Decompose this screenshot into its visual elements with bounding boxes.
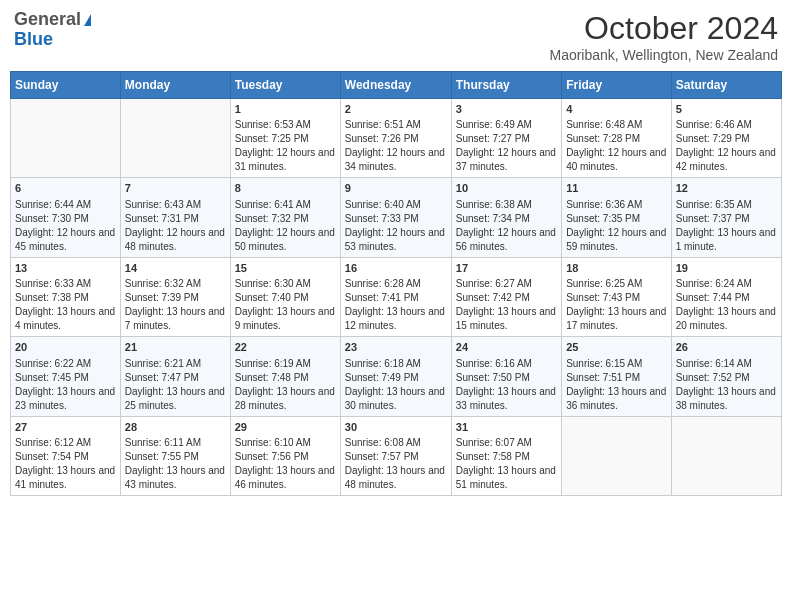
calendar-cell: 10Sunrise: 6:38 AMSunset: 7:34 PMDayligh… <box>451 178 561 257</box>
cell-daylight: Daylight: 13 hours and 23 minutes. <box>15 385 116 413</box>
cell-sunrise: Sunrise: 6:43 AM <box>125 198 226 212</box>
cell-sunset: Sunset: 7:56 PM <box>235 450 336 464</box>
calendar-cell: 21Sunrise: 6:21 AMSunset: 7:47 PMDayligh… <box>120 337 230 416</box>
cell-sunset: Sunset: 7:26 PM <box>345 132 447 146</box>
cell-daylight: Daylight: 12 hours and 45 minutes. <box>15 226 116 254</box>
cell-sunset: Sunset: 7:48 PM <box>235 371 336 385</box>
cell-daylight: Daylight: 12 hours and 53 minutes. <box>345 226 447 254</box>
cell-day-number: 21 <box>125 340 226 355</box>
cell-sunrise: Sunrise: 6:28 AM <box>345 277 447 291</box>
calendar-cell: 31Sunrise: 6:07 AMSunset: 7:58 PMDayligh… <box>451 416 561 495</box>
cell-day-number: 27 <box>15 420 116 435</box>
calendar-cell: 16Sunrise: 6:28 AMSunset: 7:41 PMDayligh… <box>340 257 451 336</box>
cell-day-number: 11 <box>566 181 667 196</box>
cell-day-number: 2 <box>345 102 447 117</box>
cell-sunset: Sunset: 7:49 PM <box>345 371 447 385</box>
cell-day-number: 9 <box>345 181 447 196</box>
day-header-wednesday: Wednesday <box>340 72 451 99</box>
calendar-cell: 8Sunrise: 6:41 AMSunset: 7:32 PMDaylight… <box>230 178 340 257</box>
cell-day-number: 3 <box>456 102 557 117</box>
calendar-cell: 14Sunrise: 6:32 AMSunset: 7:39 PMDayligh… <box>120 257 230 336</box>
cell-day-number: 17 <box>456 261 557 276</box>
cell-sunrise: Sunrise: 6:11 AM <box>125 436 226 450</box>
cell-sunrise: Sunrise: 6:53 AM <box>235 118 336 132</box>
page-title: October 2024 <box>549 10 778 47</box>
cell-sunrise: Sunrise: 6:51 AM <box>345 118 447 132</box>
calendar-cell: 29Sunrise: 6:10 AMSunset: 7:56 PMDayligh… <box>230 416 340 495</box>
cell-sunset: Sunset: 7:41 PM <box>345 291 447 305</box>
cell-day-number: 28 <box>125 420 226 435</box>
logo: General Blue <box>14 10 91 50</box>
cell-sunrise: Sunrise: 6:44 AM <box>15 198 116 212</box>
cell-daylight: Daylight: 13 hours and 1 minute. <box>676 226 777 254</box>
cell-day-number: 6 <box>15 181 116 196</box>
cell-sunset: Sunset: 7:34 PM <box>456 212 557 226</box>
cell-day-number: 14 <box>125 261 226 276</box>
cell-daylight: Daylight: 13 hours and 43 minutes. <box>125 464 226 492</box>
cell-daylight: Daylight: 13 hours and 51 minutes. <box>456 464 557 492</box>
calendar-week-row: 27Sunrise: 6:12 AMSunset: 7:54 PMDayligh… <box>11 416 782 495</box>
calendar-cell: 22Sunrise: 6:19 AMSunset: 7:48 PMDayligh… <box>230 337 340 416</box>
cell-sunset: Sunset: 7:50 PM <box>456 371 557 385</box>
cell-sunrise: Sunrise: 6:22 AM <box>15 357 116 371</box>
cell-daylight: Daylight: 13 hours and 48 minutes. <box>345 464 447 492</box>
cell-sunrise: Sunrise: 6:21 AM <box>125 357 226 371</box>
logo-blue-text: Blue <box>14 30 91 50</box>
cell-sunrise: Sunrise: 6:49 AM <box>456 118 557 132</box>
title-block: October 2024 Maoribank, Wellington, New … <box>549 10 778 63</box>
cell-day-number: 20 <box>15 340 116 355</box>
cell-sunset: Sunset: 7:55 PM <box>125 450 226 464</box>
cell-daylight: Daylight: 12 hours and 40 minutes. <box>566 146 667 174</box>
cell-daylight: Daylight: 13 hours and 12 minutes. <box>345 305 447 333</box>
cell-sunrise: Sunrise: 6:48 AM <box>566 118 667 132</box>
cell-daylight: Daylight: 13 hours and 20 minutes. <box>676 305 777 333</box>
cell-sunrise: Sunrise: 6:19 AM <box>235 357 336 371</box>
cell-sunrise: Sunrise: 6:15 AM <box>566 357 667 371</box>
calendar-cell: 5Sunrise: 6:46 AMSunset: 7:29 PMDaylight… <box>671 99 781 178</box>
calendar-cell: 28Sunrise: 6:11 AMSunset: 7:55 PMDayligh… <box>120 416 230 495</box>
cell-daylight: Daylight: 13 hours and 41 minutes. <box>15 464 116 492</box>
cell-day-number: 26 <box>676 340 777 355</box>
calendar-cell <box>11 99 121 178</box>
calendar-cell: 7Sunrise: 6:43 AMSunset: 7:31 PMDaylight… <box>120 178 230 257</box>
cell-daylight: Daylight: 13 hours and 46 minutes. <box>235 464 336 492</box>
cell-daylight: Daylight: 12 hours and 59 minutes. <box>566 226 667 254</box>
cell-day-number: 29 <box>235 420 336 435</box>
cell-daylight: Daylight: 12 hours and 37 minutes. <box>456 146 557 174</box>
cell-sunset: Sunset: 7:29 PM <box>676 132 777 146</box>
calendar-header-row: SundayMondayTuesdayWednesdayThursdayFrid… <box>11 72 782 99</box>
cell-daylight: Daylight: 12 hours and 56 minutes. <box>456 226 557 254</box>
calendar-cell: 11Sunrise: 6:36 AMSunset: 7:35 PMDayligh… <box>562 178 672 257</box>
day-header-friday: Friday <box>562 72 672 99</box>
cell-sunset: Sunset: 7:40 PM <box>235 291 336 305</box>
cell-sunrise: Sunrise: 6:41 AM <box>235 198 336 212</box>
calendar-week-row: 13Sunrise: 6:33 AMSunset: 7:38 PMDayligh… <box>11 257 782 336</box>
cell-sunset: Sunset: 7:54 PM <box>15 450 116 464</box>
calendar-cell <box>120 99 230 178</box>
cell-daylight: Daylight: 13 hours and 28 minutes. <box>235 385 336 413</box>
cell-sunset: Sunset: 7:38 PM <box>15 291 116 305</box>
cell-day-number: 12 <box>676 181 777 196</box>
calendar-cell: 20Sunrise: 6:22 AMSunset: 7:45 PMDayligh… <box>11 337 121 416</box>
cell-sunrise: Sunrise: 6:14 AM <box>676 357 777 371</box>
calendar-cell: 19Sunrise: 6:24 AMSunset: 7:44 PMDayligh… <box>671 257 781 336</box>
cell-day-number: 18 <box>566 261 667 276</box>
calendar-cell: 15Sunrise: 6:30 AMSunset: 7:40 PMDayligh… <box>230 257 340 336</box>
cell-sunset: Sunset: 7:31 PM <box>125 212 226 226</box>
cell-sunrise: Sunrise: 6:18 AM <box>345 357 447 371</box>
cell-daylight: Daylight: 12 hours and 48 minutes. <box>125 226 226 254</box>
cell-day-number: 30 <box>345 420 447 435</box>
calendar-week-row: 6Sunrise: 6:44 AMSunset: 7:30 PMDaylight… <box>11 178 782 257</box>
cell-day-number: 13 <box>15 261 116 276</box>
cell-sunset: Sunset: 7:37 PM <box>676 212 777 226</box>
cell-daylight: Daylight: 12 hours and 31 minutes. <box>235 146 336 174</box>
logo-general-text: General <box>14 9 81 29</box>
calendar-week-row: 1Sunrise: 6:53 AMSunset: 7:25 PMDaylight… <box>11 99 782 178</box>
calendar-cell: 23Sunrise: 6:18 AMSunset: 7:49 PMDayligh… <box>340 337 451 416</box>
page-subtitle: Maoribank, Wellington, New Zealand <box>549 47 778 63</box>
cell-day-number: 8 <box>235 181 336 196</box>
cell-sunrise: Sunrise: 6:30 AM <box>235 277 336 291</box>
cell-sunset: Sunset: 7:30 PM <box>15 212 116 226</box>
cell-sunrise: Sunrise: 6:10 AM <box>235 436 336 450</box>
calendar-cell: 4Sunrise: 6:48 AMSunset: 7:28 PMDaylight… <box>562 99 672 178</box>
